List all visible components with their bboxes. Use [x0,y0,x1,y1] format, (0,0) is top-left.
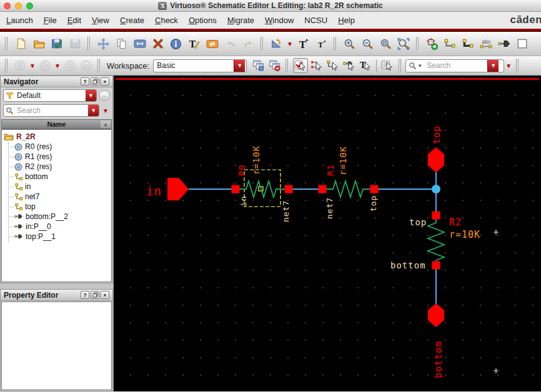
filter-combobox[interactable]: ▼ [3,89,97,102]
resistor-R1[interactable] [322,181,374,197]
toolbar-grip[interactable] [334,37,337,51]
tree-item-root[interactable]: R_2R [4,131,111,142]
create-wide-wire-button[interactable] [460,36,477,52]
select-label-mode-button[interactable]: T [358,58,373,73]
select-instance-mode-button[interactable] [309,58,324,73]
navigator-close-button[interactable]: × [101,77,109,86]
terminal-squares[interactable] [232,185,440,270]
rotate-button[interactable] [268,36,285,52]
navigator-search-combobox[interactable]: ▼ [3,104,99,117]
param-label-R1[interactable]: r=10K [338,146,348,175]
zoom-out-icon[interactable] [359,36,376,52]
back-history-arrow[interactable]: ▼ [29,62,36,69]
zoom-area-button[interactable] [395,36,412,52]
wire-junction-dot[interactable] [432,185,440,194]
query-properties-button[interactable] [380,58,395,73]
search-dropdown-arrow[interactable]: ▼ [487,60,499,72]
menu-view[interactable]: View [92,16,109,25]
tree-item[interactable]: R1 (res) [4,152,111,162]
toolbar-grip[interactable] [261,37,264,51]
menu-migrate[interactable]: Migrate [227,16,254,25]
create-instance-button[interactable] [424,36,440,52]
workspace-value[interactable] [154,60,234,72]
create-label-button[interactable]: abc [478,36,495,52]
forward-history-arrow[interactable]: ▼ [54,62,61,69]
shrink-text-button[interactable]: T [313,36,330,52]
toolbar-search-combobox[interactable]: ▼ ▼ [405,59,504,72]
filter-dropdown-arrow[interactable]: ▼ [86,90,96,101]
zoom-fit-button[interactable] [377,36,394,52]
navigator-search-options-arrow[interactable]: ▼ [102,107,109,114]
resistor-R2[interactable] [428,215,444,265]
toolbar-grip[interactable] [97,59,101,72]
navigator-search-input[interactable] [15,106,88,115]
top-hierarchy-button[interactable] [79,58,94,73]
zoom-window-button[interactable] [26,2,33,9]
workspace-dropdown-arrow[interactable]: ▼ [234,60,245,72]
tree-column-header[interactable]: Name ▲ [1,119,112,129]
move-button[interactable] [95,36,112,52]
select-mode-button[interactable] [293,58,308,73]
toolbar-grip[interactable] [5,59,9,72]
tree-item[interactable]: bottom:P__2 [4,212,111,222]
schematic-canvas[interactable]: in R0 r=10K in net7 R1 r=10K net7 top to… [114,76,541,391]
property-editor-float-button[interactable] [91,291,99,299]
wire-segments[interactable] [189,172,436,305]
menu-ncsu[interactable]: NCSU [304,16,327,25]
param-label-R0[interactable]: r=10K [251,145,261,175]
enlarge-text-button[interactable]: T [295,36,312,52]
save-workspace-button[interactable] [251,58,266,73]
select-wire-mode-button[interactable] [325,58,340,73]
menu-help[interactable]: Help [338,16,355,25]
property-editor-close-button[interactable]: × [101,291,109,299]
stretch-button[interactable] [131,36,148,52]
tree-item[interactable]: top [4,202,111,212]
edit-text-button[interactable]: T [186,36,202,52]
tree-item[interactable]: net7 [4,192,111,202]
menu-file[interactable]: File [44,16,57,25]
toolbar-grip[interactable] [516,59,520,72]
instance-label-R2[interactable]: R2 [449,217,462,228]
undo-button[interactable] [222,36,239,52]
menu-launch[interactable]: Launch [6,16,33,25]
delete-button[interactable] [149,36,166,52]
port-label-bottom[interactable]: bottom [433,341,444,378]
menu-edit[interactable]: Edit [67,16,81,25]
redo-button[interactable] [240,36,257,52]
menu-check[interactable]: Check [155,16,178,25]
close-window-button[interactable] [4,2,11,9]
filter-value[interactable] [15,91,86,100]
delete-workspace-button[interactable] [267,58,282,73]
menu-create[interactable]: Create [120,16,144,25]
new-file-button[interactable] [12,36,29,52]
toolbar-grip[interactable] [87,37,91,51]
toolbar-grip[interactable] [399,59,402,72]
port-label-top[interactable]: top [431,125,442,144]
repeat-command-button[interactable] [204,36,221,52]
search-scope-arrow[interactable]: ▼ [417,63,422,69]
menu-window[interactable]: Window [265,16,294,25]
properties-info-button[interactable] [167,36,184,52]
instance-label-R0[interactable]: R0 [237,164,247,176]
port-label-in[interactable]: in [146,184,162,198]
tree-item[interactable]: R0 (res) [4,142,111,152]
tree-item[interactable]: R2 (res) [4,162,111,172]
port-bottom[interactable] [428,303,444,327]
navigator-float-button[interactable] [91,77,99,86]
navigator-search-dropdown-arrow[interactable]: ▼ [88,105,99,116]
dock-splitter[interactable] [0,283,113,289]
search-options-arrow[interactable]: ▼ [505,62,512,69]
tree-item[interactable]: in:P__0 [4,222,111,232]
copy-button[interactable] [113,36,130,52]
toolbar-grip[interactable] [5,37,9,51]
create-pin-button[interactable] [496,36,513,52]
back-button[interactable] [12,58,27,73]
workspace-combobox[interactable]: ▼ [153,59,247,72]
port-in[interactable] [167,178,189,200]
select-pin-mode-button[interactable] [342,58,357,73]
save-button[interactable] [67,36,84,52]
minimize-window-button[interactable] [15,2,22,9]
property-editor-help-button[interactable]: ? [81,291,89,299]
open-file-button[interactable] [31,36,47,52]
create-block-button[interactable] [514,36,531,52]
